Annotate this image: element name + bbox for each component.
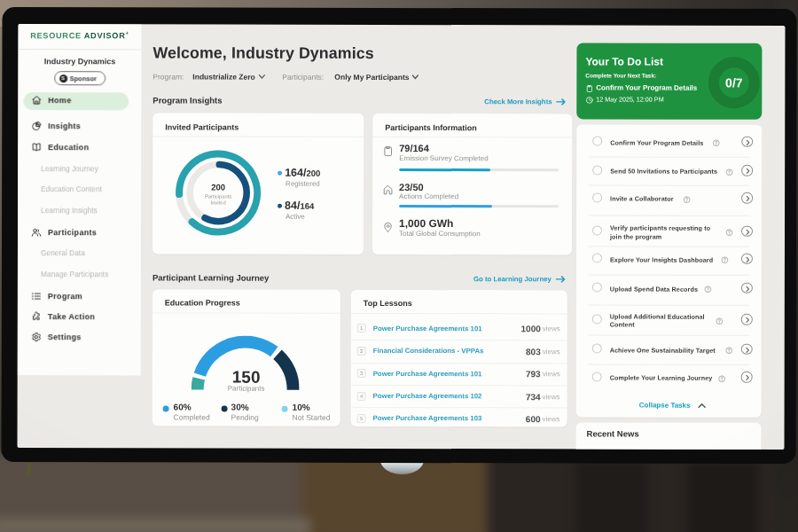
- svg-text:200: 200: [211, 183, 225, 192]
- svg-text:Participants: Participants: [205, 194, 231, 200]
- svg-text:Invited: Invited: [211, 200, 226, 206]
- svg-text:0/7: 0/7: [725, 75, 743, 90]
